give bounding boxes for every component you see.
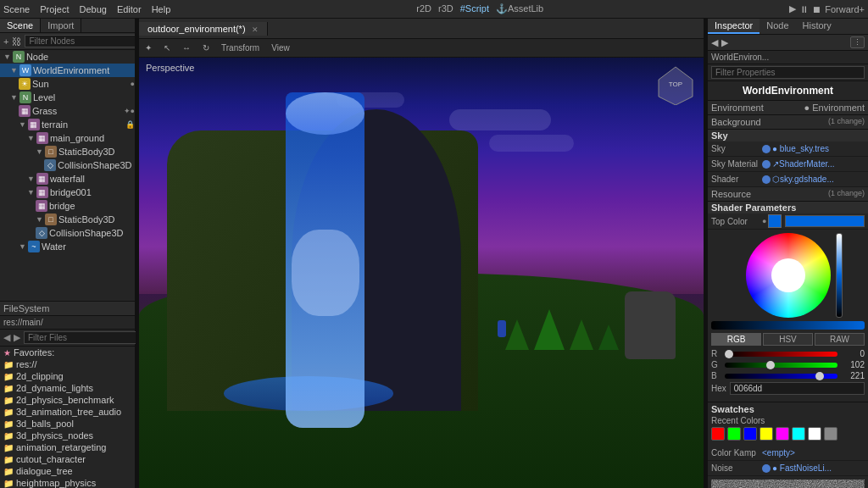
fs-item-cutout[interactable]: 📁 cutout_character	[0, 453, 135, 465]
fs-item-3dballs[interactable]: 📁 3d_balls_pool	[0, 418, 135, 430]
toolbar-transform[interactable]: Transform	[219, 42, 262, 53]
tab-inspector[interactable]: Inspector	[708, 19, 760, 34]
node-title: WorldEnvironment	[708, 81, 868, 101]
insp-options-btn[interactable]: ⋮	[850, 36, 865, 48]
tree-4	[598, 324, 619, 350]
filter-files-input[interactable]	[24, 331, 140, 344]
tree-item-staticbody1[interactable]: ▼ □ StaticBody3D	[0, 145, 135, 158]
fs-item-dialogue[interactable]: 📁 dialogue_tree	[0, 465, 135, 477]
tree-item-grass[interactable]: ▦ Grass ✦●	[0, 104, 135, 118]
fs-scroll[interactable]: ★ Favorites: 📁 res:// 📁 2d_clipping 📁 2d…	[0, 347, 135, 488]
tab-assetlib[interactable]: ⚓AssetLib	[496, 3, 543, 14]
menu-editor[interactable]: Editor	[117, 4, 142, 14]
color-wheel-container[interactable]	[746, 233, 831, 318]
brightness-bar[interactable]	[711, 321, 865, 330]
r-slider[interactable]	[725, 352, 837, 357]
tree-item-water[interactable]: ▼ ~ Water	[0, 240, 135, 253]
folder-icon-3dp: 📁	[3, 431, 14, 441]
fs-item-2dclipping[interactable]: 📁 2d_clipping	[0, 370, 135, 382]
tree-item-sun[interactable]: ☀ Sun ●	[0, 77, 135, 91]
play-button[interactable]: ▶	[789, 3, 796, 14]
insp-forward-btn[interactable]: ▶	[721, 37, 728, 48]
tree-arrow-br001: ▼	[27, 188, 35, 197]
top-color-swatch[interactable]	[768, 214, 782, 228]
tab-node[interactable]: Node	[760, 19, 795, 34]
toolbar-move[interactable]: ↖	[161, 42, 173, 53]
nav-cube[interactable]: TOP	[654, 63, 697, 105]
toolbar-scale[interactable]: ↻	[200, 42, 212, 53]
tree-item-col2[interactable]: ◇ CollisionShape3D	[0, 226, 135, 240]
toolbar-view[interactable]: View	[269, 42, 292, 53]
swatch-gray[interactable]	[824, 427, 837, 441]
g-slider[interactable]	[725, 363, 837, 368]
fs-back-btn[interactable]: ◀	[3, 332, 10, 343]
add-node-button[interactable]: +	[3, 36, 8, 47]
pause-button[interactable]: ⏸	[799, 4, 809, 14]
tree-item-waterfall[interactable]: ▼ ▦ waterfall	[0, 172, 135, 186]
tab-history[interactable]: History	[796, 19, 838, 34]
hex-input[interactable]	[730, 382, 865, 395]
filter-props-input[interactable]	[711, 66, 865, 79]
swatch-white[interactable]	[808, 427, 821, 441]
inspector-scroll[interactable]: WorldEnvironment Environment ● Environme…	[708, 81, 868, 488]
tree-item-terrain[interactable]: ▼ ▦ terrain 🔒	[0, 118, 135, 131]
tree-item-worldenv[interactable]: ▼ W WorldEnvironment	[0, 64, 135, 77]
rgb-tab-raw[interactable]: RAW	[815, 333, 865, 346]
rgb-tab-hsv[interactable]: HSV	[763, 333, 813, 346]
stop-button[interactable]: ⏹	[812, 4, 821, 14]
swatch-blue[interactable]	[743, 427, 757, 441]
toolbar-rotate[interactable]: ↔	[180, 42, 193, 53]
tab-import[interactable]: Import	[41, 19, 81, 32]
fs-item-3dphysics[interactable]: 📁 3d_physics_nodes	[0, 430, 135, 441]
renderer-label: Forward+	[825, 4, 865, 14]
brightness-slider-vertical[interactable]	[836, 233, 843, 318]
node-icon-node: N	[13, 51, 25, 63]
tree-item-bridge001[interactable]: ▼ ▦ bridge001	[0, 186, 135, 199]
node-icon-sun: ☀	[19, 78, 31, 90]
swatch-green[interactable]	[727, 427, 741, 441]
tree-arrow: ▼	[3, 53, 11, 61]
toolbar-select[interactable]: ✦	[142, 42, 154, 53]
menu-scene[interactable]: Scene	[3, 4, 30, 14]
top-color-bar[interactable]	[785, 215, 865, 227]
menu-project[interactable]: Project	[40, 4, 69, 14]
color-wheel[interactable]	[746, 233, 831, 318]
tree-item-staticbody2[interactable]: ▼ □ StaticBody3D	[0, 213, 135, 226]
fs-label-3danim: 3d_animation_tree_audio	[16, 407, 121, 417]
prop-row-noise: Noise ● FastNoiseLi...	[708, 461, 868, 476]
fs-item-3danim[interactable]: 📁 3d_animation_tree_audio	[0, 406, 135, 418]
scene-tree-scroll[interactable]: ▼ N Node ▼ W WorldEnvironment ☀	[0, 50, 135, 291]
tab-script[interactable]: #Script	[460, 3, 489, 14]
swatch-cyan[interactable]	[792, 427, 805, 441]
folder-icon-dt: 📁	[3, 467, 14, 476]
tree-item-mainground[interactable]: ▼ ▦ main_ground	[0, 131, 135, 145]
tree-label-br001: bridge001	[50, 187, 135, 197]
resource-change-label: (1 change)	[828, 189, 865, 199]
insp-back-btn[interactable]: ◀	[711, 37, 718, 48]
swatch-magenta[interactable]	[776, 427, 789, 441]
rgb-tab-rgb[interactable]: RGB	[711, 333, 761, 346]
tree-item-col1[interactable]: ◇ CollisionShape3D	[0, 158, 135, 172]
tab-2d[interactable]: r2D	[416, 3, 431, 14]
filter-nodes-input[interactable]	[25, 35, 135, 47]
fs-item-animret[interactable]: 📁 animation_retargeting	[0, 441, 135, 453]
b-slider[interactable]	[725, 374, 837, 379]
swatch-yellow[interactable]	[760, 427, 773, 441]
tree-item-bridge[interactable]: ▦ bridge	[0, 199, 135, 213]
tab-scene[interactable]: Scene	[0, 19, 41, 32]
fs-item-heightmap[interactable]: 📁 heightmap_physics	[0, 477, 135, 488]
tab-close-btn[interactable]: ✕	[252, 25, 259, 34]
tree-item-level[interactable]: ▼ N Level	[0, 91, 135, 104]
fs-resroot[interactable]: 📁 res://	[0, 358, 135, 370]
menu-debug[interactable]: Debug	[79, 4, 106, 14]
fs-item-2dphysics[interactable]: 📁 2d_physics_benchmark	[0, 394, 135, 406]
swatch-red[interactable]	[711, 427, 725, 441]
fs-item-2ddynlights[interactable]: 📁 2d_dynamic_lights	[0, 382, 135, 394]
menu-help[interactable]: Help	[152, 4, 171, 14]
tab-3d[interactable]: r3D	[438, 3, 453, 14]
viewport-tab-outdoor[interactable]: outdoor_environment(*) ✕	[139, 22, 268, 36]
fs-forward-btn[interactable]: ▶	[14, 332, 20, 343]
tree-item-node[interactable]: ▼ N Node	[0, 50, 135, 64]
link-node-button[interactable]: ⛓	[12, 36, 21, 47]
nav-cube-svg[interactable]: TOP	[654, 63, 697, 105]
